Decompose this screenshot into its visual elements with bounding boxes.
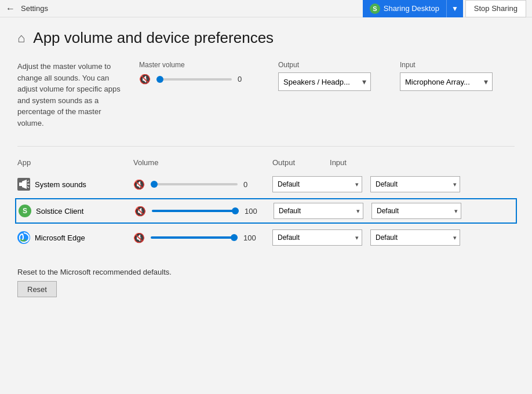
output-select[interactable]: Speakers / Headp... bbox=[278, 72, 371, 91]
solstice-slider[interactable] bbox=[152, 210, 239, 212]
master-volume-row: 🔇 0 bbox=[139, 74, 249, 85]
col-header-output: Output bbox=[272, 158, 295, 167]
svg-rect-1 bbox=[19, 183, 22, 186]
sharing-dropdown-button[interactable]: ▼ bbox=[446, 0, 463, 17]
solstice-client-icon: S bbox=[19, 205, 31, 217]
main-content: ⌂ App volume and device preferences Adju… bbox=[0, 17, 532, 309]
system-sounds-slider-row: 🔇 0 bbox=[133, 179, 261, 190]
solstice-output-select[interactable]: Default bbox=[274, 203, 363, 219]
top-bar-right: S Sharing Desktop ▼ Stop Sharing bbox=[363, 0, 526, 17]
output-group: Output Speakers / Headp... bbox=[278, 61, 371, 91]
solstice-input-select[interactable]: Default bbox=[371, 203, 461, 219]
app-name-system-sounds: System sounds bbox=[17, 178, 133, 191]
system-sounds-mute-icon[interactable]: 🔇 bbox=[133, 179, 145, 190]
home-icon: ⌂ bbox=[17, 31, 25, 46]
top-bar: ← Settings S Sharing Desktop ▼ Stop Shar… bbox=[0, 0, 532, 17]
edge-volume-col: 🔇 100 bbox=[133, 232, 261, 243]
back-button[interactable]: ← bbox=[6, 3, 15, 14]
solstice-slider-row: 🔇 100 bbox=[134, 206, 262, 217]
app-name-solstice: S Solstice Client bbox=[19, 205, 134, 217]
edge-output-select[interactable]: Default bbox=[272, 229, 362, 246]
divider bbox=[17, 146, 515, 147]
system-sounds-input-select[interactable]: Default bbox=[370, 176, 460, 192]
input-label: Input bbox=[400, 61, 493, 69]
edge-icon bbox=[17, 231, 30, 244]
solstice-mute-icon[interactable]: 🔇 bbox=[134, 206, 146, 217]
page-header: ⌂ App volume and device preferences bbox=[17, 29, 515, 47]
edge-mute-icon[interactable]: 🔇 bbox=[133, 232, 145, 243]
input-group: Input Microphone Array... bbox=[400, 61, 493, 91]
master-mute-icon[interactable]: 🔇 bbox=[139, 74, 151, 85]
reset-section: Reset to the Microsoft recommended defau… bbox=[17, 268, 515, 297]
app-row-edge: Microsoft Edge 🔇 100 Default Default bbox=[17, 225, 515, 250]
edge-slider-row: 🔇 100 bbox=[133, 232, 261, 243]
master-volume-label: Master volume bbox=[139, 61, 249, 69]
output-label: Output bbox=[278, 61, 371, 69]
solstice-output-wrapper: Default bbox=[274, 203, 363, 219]
app-title: Settings bbox=[21, 4, 48, 13]
top-bar-left: ← Settings bbox=[6, 3, 48, 14]
edge-input-select[interactable]: Default bbox=[370, 229, 460, 246]
solstice-client-label: Solstice Client bbox=[36, 207, 83, 216]
app-row-solstice: S Solstice Client 🔇 100 Default Default bbox=[15, 198, 517, 224]
solstice-value: 100 bbox=[245, 207, 257, 216]
sharing-label: Sharing Desktop bbox=[384, 4, 439, 13]
stop-sharing-button[interactable]: Stop Sharing bbox=[465, 0, 526, 17]
page-title: App volume and device preferences bbox=[33, 29, 274, 47]
system-sounds-output-select[interactable]: Default bbox=[272, 176, 362, 192]
app-row-system-sounds: System sounds 🔇 0 Default Default bbox=[17, 172, 515, 197]
system-sounds-label: System sounds bbox=[35, 180, 86, 189]
col-header-volume: Volume bbox=[133, 158, 261, 167]
col-header-app: App bbox=[17, 158, 133, 167]
solstice-volume-col: 🔇 100 bbox=[134, 206, 262, 217]
edge-output-wrapper: Default bbox=[272, 229, 362, 246]
edge-value: 100 bbox=[243, 234, 256, 242]
master-volume-value: 0 bbox=[238, 75, 249, 83]
input-select[interactable]: Microphone Array... bbox=[400, 72, 493, 91]
system-sounds-output-wrapper: Default bbox=[272, 176, 362, 192]
app-name-edge: Microsoft Edge bbox=[17, 231, 133, 244]
edge-label: Microsoft Edge bbox=[35, 234, 85, 242]
system-sounds-icon bbox=[17, 178, 30, 191]
input-dropdown-wrapper: Microphone Array... bbox=[400, 72, 493, 91]
system-sounds-value: 0 bbox=[243, 180, 255, 189]
output-dropdown-wrapper: Speakers / Headp... bbox=[278, 72, 371, 91]
app-table-header: App Volume Output Input bbox=[17, 158, 515, 172]
edge-slider[interactable] bbox=[151, 236, 238, 239]
edge-input-wrapper: Default bbox=[370, 229, 460, 246]
reset-text: Reset to the Microsoft recommended defau… bbox=[17, 268, 515, 276]
reset-button[interactable]: Reset bbox=[17, 281, 57, 297]
solstice-input-wrapper: Default bbox=[371, 203, 461, 219]
system-sounds-input-wrapper: Default bbox=[370, 176, 460, 192]
col-header-input: Input bbox=[330, 158, 347, 167]
system-sounds-slider[interactable] bbox=[151, 183, 238, 185]
system-sounds-volume-col: 🔇 0 bbox=[133, 179, 261, 190]
sharing-desktop-button[interactable]: S Sharing Desktop bbox=[363, 0, 446, 17]
master-description: Adjust the master volume to change all s… bbox=[17, 61, 127, 129]
solstice-sharing-icon: S bbox=[370, 3, 380, 14]
master-volume-slider[interactable] bbox=[156, 78, 232, 81]
